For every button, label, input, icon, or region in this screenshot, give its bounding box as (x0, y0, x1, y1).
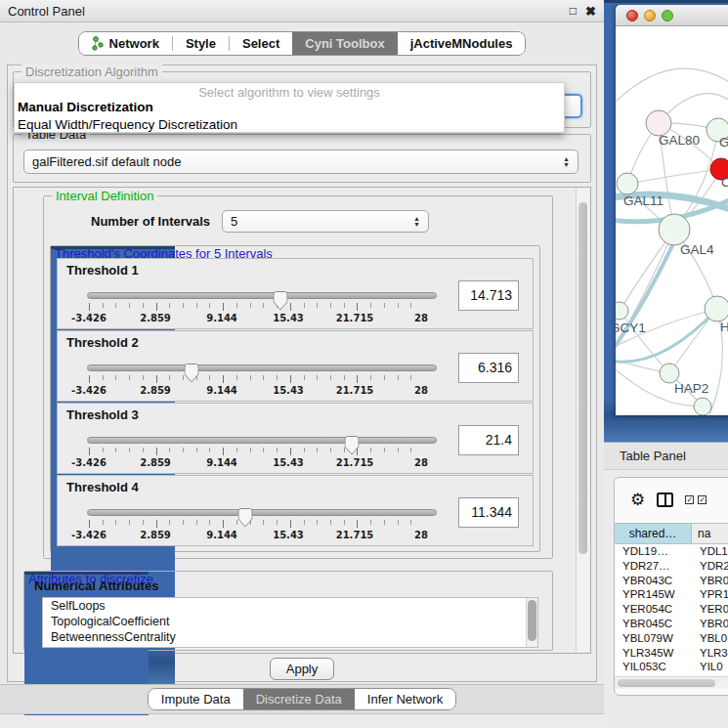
table-row[interactable]: YDL19…YDL1 (615, 544, 728, 559)
slider-handle[interactable] (185, 364, 199, 383)
slider-handle[interactable] (274, 291, 288, 311)
table-row[interactable]: YPR145WYPR1 (615, 587, 728, 602)
node-gal4[interactable] (659, 214, 690, 245)
algorithm-dropdown-popup: Select algorithm to view settings Manual… (14, 82, 565, 133)
table-row[interactable]: YLR345WYLR3 (615, 646, 728, 661)
checkbox-icon[interactable]: ✓ (698, 495, 707, 504)
attributes-group: Attributes to discretize Numerical Attri… (23, 571, 553, 651)
dropdown-option-manual[interactable]: Manual Discretization (15, 99, 564, 116)
table-row[interactable]: YER054CYER0 (615, 602, 728, 617)
table-toolbar: ⚙ ✓ ✓ (615, 478, 728, 521)
table-panel-card: ⚙ ✓ ✓ shared… na YDL19…YDL1 YDR27…YDR2 Y… (614, 477, 728, 696)
node-label: GAL11 (623, 193, 664, 208)
tab-style[interactable]: Style (173, 32, 229, 55)
list-item[interactable]: BetweennessCentrality (43, 629, 537, 645)
panel-title: Control Panel (8, 4, 561, 19)
apply-button[interactable]: Apply (270, 658, 334, 680)
node-label: G. (719, 135, 728, 150)
tab-cyni-toolbox[interactable]: Cyni Toolbox (292, 32, 397, 55)
right-panel: GAL80 G. C GAL11 GAL4 GCY1 H HAP2 Table … (604, 0, 728, 728)
threshold-slider[interactable]: -3.426 2.859 9.144 15.43 21.715 28 (87, 431, 437, 470)
list-scrollbar[interactable] (526, 598, 537, 647)
table-row[interactable]: YDR27…YDR2 (615, 559, 728, 574)
zoom-traffic-light-icon[interactable] (662, 10, 673, 21)
table-horizontal-scrollbar[interactable] (615, 676, 728, 689)
slider-handle[interactable] (237, 508, 252, 528)
slider-track[interactable] (87, 437, 437, 444)
threshold-panel: Threshold 1 -3.426 2.859 9.144 15.43 21.… (57, 258, 534, 329)
table-data-combobox[interactable]: galFiltered.sif default node ▲▼ (23, 150, 578, 174)
threshold-slider[interactable]: -3.426 2.859 9.144 15.43 21.715 28 (87, 286, 437, 325)
node-bottom[interactable] (694, 398, 711, 415)
list-item[interactable]: TopologicalCoefficient (43, 614, 537, 629)
slider-ticks: -3.426 2.859 9.144 15.43 21.715 28 (89, 375, 421, 397)
network-window-titlebar[interactable] (616, 5, 728, 26)
node-hap2[interactable] (660, 364, 679, 383)
tab-infer-network[interactable]: Infer Network (355, 689, 455, 709)
scrollbar-thumb[interactable] (618, 679, 715, 687)
checkbox-icon[interactable]: ✓ (685, 495, 694, 504)
network-window[interactable]: GAL80 G. C GAL11 GAL4 GCY1 H HAP2 (616, 5, 728, 415)
table-row[interactable]: YBL079WYBL0 (615, 631, 728, 646)
tab-segmented-control: Network Style Select Cyni Toolbox jActiv… (78, 31, 527, 56)
table-body[interactable]: YDL19…YDL1 YDR27…YDR2 YBR043CYBR0 YPR145… (615, 544, 728, 674)
threshold-value-field[interactable]: 6.316 (458, 353, 519, 383)
columns-icon[interactable] (657, 492, 673, 507)
number-of-intervals-combobox[interactable]: 5 ▲▼ (222, 210, 429, 233)
node-label: GCY1 (616, 321, 646, 335)
tab-discretize-data[interactable]: Discretize Data (243, 689, 355, 709)
threshold-label: Threshold 4 (66, 480, 139, 494)
float-window-icon[interactable]: □ (570, 4, 577, 18)
node-h[interactable] (705, 296, 728, 321)
table-data-group: Table Data galFiltered.sif default node … (13, 134, 591, 183)
network-graph[interactable]: GAL80 G. C GAL11 GAL4 GCY1 H HAP2 (616, 26, 728, 415)
bottom-segmented-control: Impute Data Discretize Data Infer Networ… (148, 688, 456, 710)
table-row[interactable]: YBR045CYBR0 (615, 617, 728, 631)
close-traffic-light-icon[interactable] (626, 10, 638, 21)
tab-jactivemnodules[interactable]: jActiveMNodules (398, 32, 526, 55)
list-item[interactable]: SelfLoops (43, 598, 537, 614)
table-row[interactable]: YBR043CYBR0 (615, 574, 728, 588)
slider-track[interactable] (87, 292, 437, 299)
bottom-tab-bar: Impute Data Discretize Data Infer Networ… (0, 684, 604, 714)
tab-impute-data[interactable]: Impute Data (149, 689, 243, 709)
threshold-label: Threshold 3 (66, 407, 139, 422)
dropdown-option-equal-width[interactable]: Equal Width/Frequency Discretization (15, 116, 564, 134)
group-title: Interval Definition (52, 189, 157, 203)
threshold-slider[interactable]: -3.426 2.859 9.144 15.43 21.715 28 (87, 503, 437, 542)
threshold-slider[interactable]: -3.426 2.859 9.144 15.43 21.715 28 (87, 359, 437, 398)
number-of-intervals-label: Number of Intervals (91, 214, 210, 229)
node-label: H (720, 320, 728, 334)
table-panel-header[interactable]: Table Panel (604, 442, 728, 470)
minimize-traffic-light-icon[interactable] (644, 10, 656, 21)
scrollbar-thumb[interactable] (578, 202, 587, 554)
threshold-panel: Threshold 2 -3.426 2.859 9.144 15.43 21.… (57, 330, 534, 402)
gear-icon[interactable]: ⚙ (630, 492, 645, 508)
status-strip (0, 715, 604, 728)
table-header-row: shared… na (615, 523, 728, 544)
column-header-shared-name[interactable]: shared… (615, 524, 692, 543)
close-icon[interactable]: ✖ (585, 4, 596, 19)
node-gcy1[interactable] (616, 302, 628, 320)
node-gal11[interactable] (617, 173, 638, 194)
node-label: GAL4 (680, 242, 714, 257)
slider-ticks: -3.426 2.859 9.144 15.43 21.715 28 (89, 303, 421, 324)
numerical-attributes-label: Numerical Attributes (34, 578, 158, 593)
threshold-panel: Threshold 3 -3.426 2.859 9.144 15.43 21.… (57, 403, 534, 474)
node-label: GAL80 (659, 133, 700, 148)
tab-select[interactable]: Select (230, 32, 292, 55)
attributes-list[interactable]: SelfLoops TopologicalCoefficient Between… (42, 597, 538, 648)
network-nodes[interactable] (616, 110, 728, 415)
tab-network[interactable]: Network (79, 32, 172, 55)
threshold-value-field[interactable]: 21.4 (458, 425, 519, 455)
node-label: C (721, 175, 728, 190)
column-header-name[interactable]: na (692, 524, 728, 543)
thresholds-group: Threshold's Coordinates for 5 Intervals … (50, 245, 540, 552)
table-row[interactable]: YIL053CYIL0 (615, 660, 728, 674)
slider-track[interactable] (87, 364, 437, 371)
slider-handle[interactable] (344, 436, 359, 455)
threshold-value-field[interactable]: 14.713 (458, 280, 519, 311)
slider-track[interactable] (87, 509, 437, 516)
threshold-value-field[interactable]: 11.344 (458, 497, 519, 528)
settings-scrollbar[interactable] (576, 189, 589, 652)
